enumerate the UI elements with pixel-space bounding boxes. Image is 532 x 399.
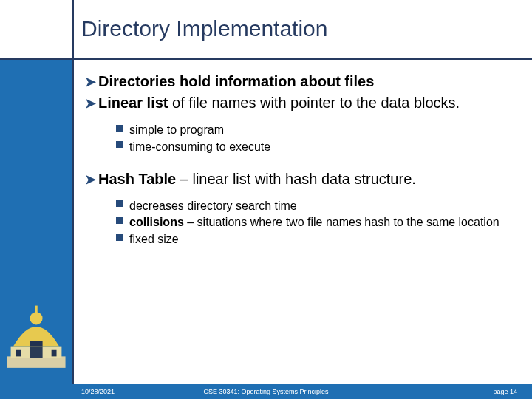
bullet-level2: decreases directory search time	[116, 199, 514, 214]
svg-rect-7	[52, 350, 57, 357]
content-area: ➤ Directories hold information about fil…	[85, 72, 514, 249]
dome-logo-icon	[4, 300, 68, 371]
bullet-text: Directories hold information about files	[98, 72, 514, 91]
footer-course: CSE 30341: Operating Systems Principles	[203, 388, 328, 395]
bullet-level2: time-consuming to execute	[116, 140, 514, 155]
footer-bar: 10/28/2021 CSE 30341: Operating Systems …	[0, 384, 532, 399]
vertical-rule	[72, 0, 74, 399]
svg-rect-0	[7, 356, 65, 367]
arrow-icon: ➤	[85, 171, 98, 188]
term-strong: Linear list	[98, 95, 168, 111]
term-strong: collisions	[129, 216, 184, 228]
slide: Directory Implementation ➤ Directories h…	[0, 0, 532, 399]
square-icon	[116, 199, 129, 209]
svg-rect-2	[30, 347, 42, 358]
square-icon	[116, 232, 129, 242]
footer-page: page 14	[493, 388, 517, 395]
bullet-remainder: of file names with pointer to the data b…	[168, 95, 460, 111]
bullet-remainder: – situations where two file names hash t…	[184, 216, 499, 228]
svg-rect-6	[16, 350, 21, 357]
bullet-text: simple to program	[129, 123, 514, 138]
horizontal-rule	[0, 58, 532, 60]
bullet-level2: simple to program	[116, 123, 514, 138]
term-strong: Hash Table	[98, 171, 176, 187]
bullet-level2: fixed size	[116, 232, 514, 248]
bullet-text: fixed size	[129, 232, 514, 248]
square-icon	[116, 123, 129, 133]
bullet-text: collisions – situations where two file n…	[129, 215, 514, 231]
bullet-text: time-consuming to execute	[129, 140, 514, 155]
bullet-level1: ➤ Hash Table – linear list with hash dat…	[85, 170, 514, 188]
bullet-remainder: – linear list with hash data structure.	[176, 171, 416, 187]
title-area: Directory Implementation	[0, 0, 532, 58]
square-icon	[116, 140, 129, 150]
bullet-text: Hash Table – linear list with hash data …	[98, 170, 514, 188]
footer-date: 10/28/2021	[81, 388, 115, 395]
arrow-icon: ➤	[85, 95, 98, 112]
slide-title: Directory Implementation	[81, 16, 327, 41]
bullet-level2: collisions – situations where two file n…	[116, 215, 514, 231]
square-icon	[116, 215, 129, 225]
svg-rect-3	[30, 341, 42, 347]
bullet-level1: ➤ Linear list of file names with pointer…	[85, 94, 514, 112]
bullet-level1: ➤ Directories hold information about fil…	[85, 72, 514, 91]
bullet-text: Linear list of file names with pointer t…	[98, 94, 514, 112]
arrow-icon: ➤	[85, 74, 98, 91]
svg-rect-5	[35, 306, 37, 315]
bullet-text: decreases directory search time	[129, 199, 514, 214]
